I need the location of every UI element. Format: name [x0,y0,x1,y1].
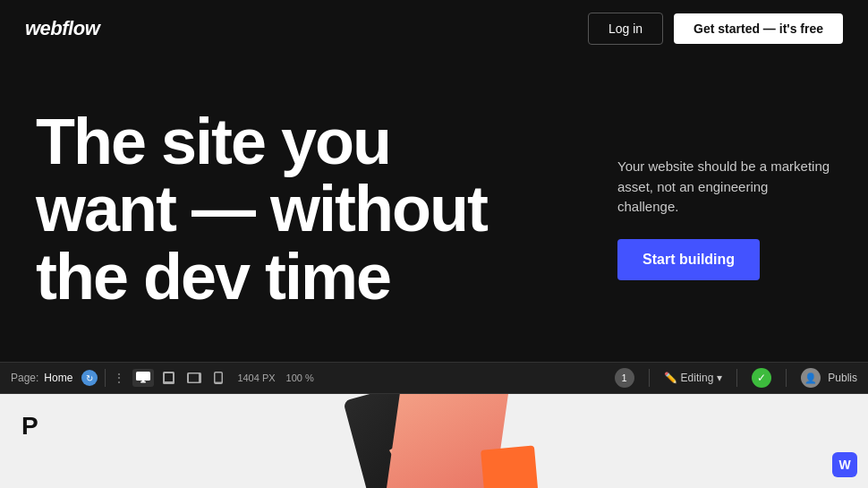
get-started-button[interactable]: Get started — it's free [674,13,843,44]
hero-title-line2: want — without [36,173,487,244]
svg-rect-0 [136,372,150,381]
toolbar-more-button[interactable]: ⋮ [113,371,125,385]
hero-title: The site you want — without the dev time [36,108,582,312]
mobile-view-button[interactable] [210,369,226,387]
page-indicator: Page: Home [11,372,72,384]
desktop-view-button[interactable] [132,369,154,387]
editing-mode-button[interactable]: ✏️ Editing ▾ [664,372,723,384]
toolbar-separator-3 [736,369,737,387]
login-button[interactable]: Log in [588,13,663,45]
hero-section: The site you want — without the dev time… [0,57,868,362]
toolbar-separator-1 [105,369,106,387]
start-building-button[interactable]: Start building [617,239,760,280]
page-name-text: Home [44,372,72,384]
hero-subtitle: Your website should be a marketing asset… [617,157,832,218]
canvas-zoom: 100 % [286,372,314,383]
user-count-badge: 1 [615,368,634,388]
webflow-logo: webflow [25,17,99,40]
card-illustration: NT [304,394,573,488]
refresh-button[interactable]: ↻ [81,370,98,386]
svg-point-5 [168,382,170,384]
toolbar-right-controls: 1 ✏️ Editing ▾ ✓ 👤 Publis [615,368,857,388]
toolbar-separator-2 [649,369,650,387]
svg-rect-10 [216,373,222,382]
navbar: webflow Log in Get started — it's free [0,0,868,57]
person-icon: 👤 [804,372,817,384]
hero-right: Your website should be a marketing asset… [582,139,832,280]
tablet-landscape-button[interactable] [183,370,205,386]
page-label-text: Page: [11,372,38,384]
device-switcher [132,369,226,387]
webflow-badge[interactable]: W [832,452,857,477]
editor-toolbar: Page: Home ↻ ⋮ 1404 PX 100 % 1 ✏️ Editin… [0,362,868,394]
hero-title-line1: The site you [36,106,390,177]
canvas-size: 1404 PX [237,372,275,383]
pencil-icon: ✏️ [664,372,677,384]
editing-label: Editing [681,372,714,384]
toolbar-separator-4 [786,369,787,387]
svg-point-11 [218,382,219,383]
svg-rect-4 [165,373,173,381]
chevron-down-icon: ▾ [717,372,722,384]
tablet-view-button[interactable] [159,369,178,387]
svg-point-8 [200,377,201,379]
publish-status-icon: ✓ [752,368,771,388]
p-logo: P [21,412,38,441]
user-avatar: 👤 [801,368,821,388]
nav-buttons: Log in Get started — it's free [588,13,843,45]
bottom-preview: P NT [0,394,868,488]
hero-title-line3: the dev time [36,241,390,312]
svg-rect-7 [189,374,199,382]
svg-rect-2 [142,381,145,382]
hero-left: The site you want — without the dev time [36,108,582,312]
card-orange [481,446,540,488]
publish-button[interactable]: Publis [828,372,857,384]
